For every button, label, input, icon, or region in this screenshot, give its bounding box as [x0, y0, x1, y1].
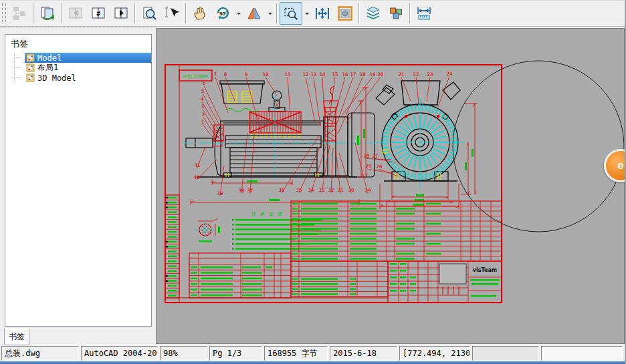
motor-front-view [377, 81, 478, 209]
dwg-viewer-window: { "colors":{"canvas_bg":"#ababab","cad_r… [0, 0, 626, 364]
bookmark-item-model[interactable]: Model [5, 53, 151, 63]
svg-text:10: 10 [262, 71, 269, 77]
toolbar-separator [409, 3, 411, 23]
status-cursor-coordinates: [772.494, 2130.259 [399, 346, 470, 361]
bookmark-label: 布局1 [37, 62, 58, 73]
drawing-canvas[interactable]: GYB3.E100QM [156, 28, 625, 344]
svg-text:18: 18 [359, 71, 366, 77]
rotate-90-button[interactable]: 90° [211, 2, 234, 25]
svg-text:9: 9 [245, 71, 248, 77]
svg-text:27: 27 [372, 153, 378, 159]
bookmark-label: 3D Model [37, 73, 76, 83]
status-page-indicator: Pg 1/3 [209, 346, 262, 361]
tab-bookmarks[interactable]: 书签 [4, 329, 29, 345]
svg-text:35: 35 [296, 187, 302, 193]
svg-text:17: 17 [350, 71, 356, 77]
svg-text:30: 30 [348, 187, 354, 193]
layers-icon [365, 5, 381, 21]
svg-text:40: 40 [193, 174, 200, 180]
svg-text:32: 32 [328, 187, 334, 193]
pan-hand-icon [192, 5, 208, 21]
svg-text:31: 31 [337, 187, 343, 193]
bookmarks-tree-icon [11, 5, 27, 21]
svg-text:41: 41 [194, 162, 200, 168]
status-format: AutoCAD 2004-2006 [81, 346, 158, 361]
zoom-preview-button[interactable] [138, 2, 161, 25]
svg-text:29: 29 [364, 188, 371, 194]
next-page-icon [113, 5, 129, 21]
svg-text:20: 20 [377, 71, 384, 77]
mirror-flip-button[interactable] [243, 2, 266, 25]
toolbar-separator [61, 3, 62, 23]
svg-text:28: 28 [363, 153, 370, 159]
svg-text:26: 26 [376, 164, 383, 170]
svg-text:1: 1 [201, 119, 205, 125]
svg-text:12: 12 [302, 71, 308, 77]
svg-text:24: 24 [446, 71, 453, 77]
prev-page-icon [68, 5, 84, 21]
svg-text:23: 23 [427, 71, 433, 77]
svg-text:36: 36 [278, 187, 285, 193]
select-cursor-button[interactable] [161, 2, 183, 25]
layout-page-icon [26, 53, 35, 62]
svg-text:#: # [96, 10, 100, 17]
zoom-fit-button[interactable] [311, 2, 334, 25]
prev-page-button[interactable] [64, 2, 87, 25]
sidebar-tab-strip: 书签 [0, 328, 156, 346]
title-block: visTeam [388, 261, 502, 303]
toolbar-grip[interactable] [2, 3, 6, 23]
bookmarks-panel-title: 书签 [5, 35, 151, 53]
svg-text:21: 21 [398, 71, 404, 77]
bookmarks-panel: 书签 Model布局13D Model [5, 34, 152, 327]
layout-page-icon [26, 63, 35, 72]
next-page-button[interactable] [110, 2, 132, 25]
svg-text:5: 5 [201, 88, 205, 94]
background-toggle-icon [337, 5, 353, 21]
svg-text:37: 37 [247, 188, 253, 194]
background-toggle-button[interactable] [334, 2, 356, 25]
bookmark-item-3d-model[interactable]: 3D Model [5, 73, 151, 83]
view-pages-button[interactable] [36, 2, 59, 25]
bookmark-item-布局1[interactable]: 布局1 [5, 63, 151, 73]
status-spare-1 [472, 346, 539, 361]
goto-page-button[interactable]: # [87, 2, 110, 25]
svg-text:39: 39 [217, 190, 223, 196]
status-zoom-level: 98% [160, 346, 207, 361]
svg-text:38: 38 [238, 188, 245, 194]
zoom-window-dropdown[interactable] [302, 3, 311, 24]
status-file-date: 2015-6-18 [330, 346, 397, 361]
toolbar-separator [276, 3, 278, 23]
layout-page-icon [26, 73, 35, 82]
rotate-90-dropdown[interactable] [234, 3, 243, 24]
zoom-preview-icon [141, 5, 157, 21]
zoom-window-button[interactable] [280, 2, 302, 25]
mirror-flip-dropdown[interactable] [266, 3, 274, 24]
svg-text:33: 33 [318, 187, 324, 193]
status-file-size: 168955 字节 [264, 346, 328, 361]
view-pages-icon [39, 5, 56, 21]
statusbar: 总装.dwgAutoCAD 2004-200698%Pg 1/3168955 字… [0, 345, 626, 361]
svg-text:13: 13 [310, 71, 316, 77]
tree-connector [14, 63, 25, 73]
measure-distance-button[interactable] [413, 2, 435, 25]
3d-blocks-icon [388, 5, 404, 21]
layers-button[interactable] [362, 2, 385, 25]
bookmarks-tree-button[interactable] [8, 2, 31, 25]
bookmark-label: Model [37, 53, 62, 63]
svg-text:34: 34 [308, 187, 314, 193]
svg-text:16: 16 [342, 71, 348, 77]
tree-connector [14, 73, 25, 83]
toolbar-separator [33, 3, 34, 23]
3d-blocks-button[interactable] [385, 2, 407, 25]
detail-part-view [195, 218, 220, 242]
motor-side-view [183, 81, 395, 205]
zoom-fit-icon [314, 5, 330, 21]
bookmarks-tree: Model布局13D Model [5, 53, 151, 83]
status-filename: 总装.dwg [1, 346, 79, 361]
svg-text:8: 8 [224, 71, 227, 77]
window-bottom-edge [0, 361, 626, 364]
goto-page-icon: # [90, 5, 106, 21]
titleblock-logo: visTeam [473, 267, 497, 273]
svg-text:6: 6 [203, 80, 206, 86]
pan-hand-button[interactable] [189, 2, 211, 25]
